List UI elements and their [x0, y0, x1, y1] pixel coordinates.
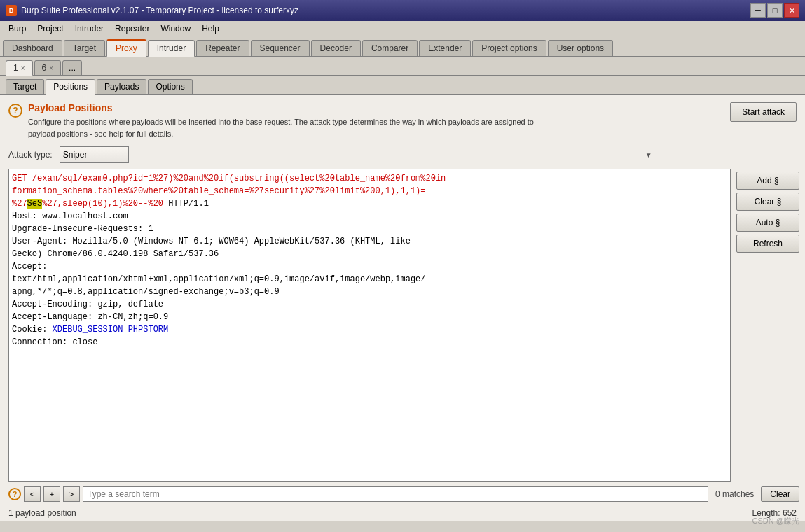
- refresh-button[interactable]: Refresh: [736, 234, 799, 253]
- title-text: Burp Suite Professional v2.1.07 - Tempor…: [21, 6, 298, 15]
- tab-dashboard[interactable]: Dashboard: [3, 40, 62, 56]
- title-controls[interactable]: ─ □ ✕: [750, 4, 799, 18]
- sub-tab-1-close[interactable]: ×: [21, 64, 25, 72]
- tab-target[interactable]: Target: [64, 40, 105, 56]
- menu-burp[interactable]: Burp: [3, 22, 32, 35]
- main-tabs: Dashboard Target Proxy Intruder Repeater…: [0, 36, 805, 57]
- search-bar: ? < + > 0 matches Clear: [0, 482, 805, 505]
- request-content: GET /exam/sql/exam0.php?id=1%27)%20and%2…: [12, 172, 727, 349]
- payload-positions-desc: Configure the positions where payloads w…: [28, 116, 534, 139]
- sub-tab-6-close[interactable]: ×: [49, 64, 53, 72]
- menu-project[interactable]: Project: [32, 22, 69, 35]
- intruder-tab-target[interactable]: Target: [6, 79, 44, 94]
- sub-tab-6[interactable]: 6×: [34, 60, 62, 75]
- editor-area: GET /exam/sql/exam0.php?id=1%27)%20and%2…: [0, 169, 805, 482]
- close-button[interactable]: ✕: [784, 4, 799, 18]
- tab-project-options[interactable]: Project options: [472, 40, 546, 56]
- app-icon: B: [6, 5, 17, 16]
- search-clear-button[interactable]: Clear: [761, 486, 799, 502]
- payload-positions-header: ? Payload Positions Configure the positi…: [0, 95, 805, 144]
- tab-extender[interactable]: Extender: [419, 40, 471, 56]
- content-area: ? Payload Positions Configure the positi…: [0, 95, 805, 521]
- sub-tab-row: 1× 6× ...: [0, 57, 805, 76]
- attack-type-label: Attack type:: [8, 150, 53, 160]
- payload-position-count: 1 payload position: [8, 508, 76, 518]
- menu-bar: Burp Project Intruder Repeater Window He…: [0, 21, 805, 36]
- watermark: CSDN @曚光: [752, 516, 799, 526]
- status-bar: 1 payload position Length: 652: [0, 505, 805, 521]
- search-add-button[interactable]: +: [43, 486, 60, 502]
- request-editor[interactable]: GET /exam/sql/exam0.php?id=1%27)%20and%2…: [8, 169, 731, 482]
- menu-help[interactable]: Help: [196, 22, 225, 35]
- intruder-tab-options[interactable]: Options: [148, 79, 192, 94]
- intruder-tabs: Target Positions Payloads Options: [0, 76, 805, 95]
- minimize-button[interactable]: ─: [750, 4, 766, 18]
- search-next-button[interactable]: >: [63, 486, 80, 502]
- attack-type-row: Attack type: Sniper Battering ram Pitchf…: [0, 144, 805, 169]
- tab-user-options[interactable]: User options: [548, 40, 613, 56]
- sub-tab-more[interactable]: ...: [62, 60, 82, 75]
- title-bar: B Burp Suite Professional v2.1.07 - Temp…: [0, 0, 805, 21]
- add-section-button[interactable]: Add §: [736, 172, 799, 190]
- payload-positions-title: Payload Positions: [28, 102, 534, 113]
- tab-proxy[interactable]: Proxy: [106, 39, 146, 57]
- attack-type-select[interactable]: Sniper Battering ram Pitchfork Cluster b…: [60, 146, 129, 163]
- start-attack-button[interactable]: Start attack: [730, 102, 797, 122]
- menu-repeater[interactable]: Repeater: [109, 22, 155, 35]
- menu-window[interactable]: Window: [155, 22, 196, 35]
- side-buttons: Add § Clear § Auto § Refresh: [736, 169, 799, 482]
- tab-intruder[interactable]: Intruder: [148, 40, 195, 57]
- title-bar-left: B Burp Suite Professional v2.1.07 - Temp…: [6, 5, 298, 16]
- intruder-tab-payloads[interactable]: Payloads: [97, 79, 146, 94]
- maximize-button[interactable]: □: [767, 4, 783, 18]
- search-input[interactable]: [83, 486, 708, 502]
- menu-intruder[interactable]: Intruder: [69, 22, 109, 35]
- search-matches: 0 matches: [711, 489, 758, 499]
- chevron-down-icon: ▼: [645, 151, 652, 159]
- tab-repeater[interactable]: Repeater: [196, 40, 249, 56]
- search-prev-button[interactable]: <: [24, 486, 41, 502]
- clear-section-button[interactable]: Clear §: [736, 192, 799, 211]
- sub-tab-1[interactable]: 1×: [6, 60, 33, 76]
- search-help-icon[interactable]: ?: [8, 488, 21, 500]
- tab-sequencer[interactable]: Sequencer: [251, 40, 310, 56]
- tab-comparer[interactable]: Comparer: [362, 40, 418, 56]
- attack-type-wrapper: Sniper Battering ram Pitchfork Cluster b…: [60, 146, 655, 163]
- intruder-tab-positions[interactable]: Positions: [46, 79, 95, 95]
- tab-decoder[interactable]: Decoder: [311, 40, 361, 56]
- title-area: ? Payload Positions Configure the positi…: [8, 102, 730, 139]
- help-icon[interactable]: ?: [8, 104, 22, 118]
- auto-section-button[interactable]: Auto §: [736, 214, 799, 232]
